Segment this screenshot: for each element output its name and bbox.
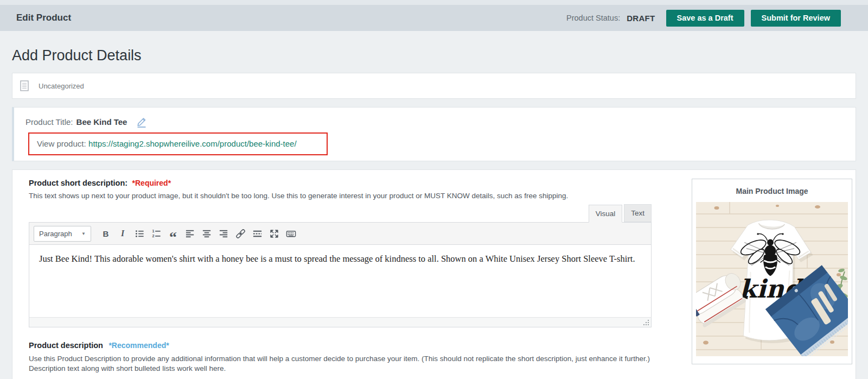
product-title-label: Product Title: — [25, 117, 73, 127]
product-details-card: Product short description: *Required* Th… — [12, 169, 856, 379]
required-badge: *Required* — [132, 179, 171, 187]
product-title-row: Product Title: Bee Kind Tee — [25, 116, 856, 128]
bold-glyph: B — [103, 229, 109, 238]
description-helper-line2: Description text along with short bullet… — [29, 364, 856, 372]
main-product-image-title: Main Product Image — [692, 179, 852, 202]
italic-glyph: I — [121, 229, 124, 238]
product-status-value: DRAFT — [627, 14, 655, 23]
align-left-icon[interactable] — [182, 226, 197, 241]
product-image[interactable]: kind — [696, 202, 848, 356]
document-icon — [20, 80, 29, 91]
save-draft-button[interactable]: Save as a Draft — [666, 10, 744, 27]
topbar: Edit Product Product Status: DRAFT Save … — [0, 0, 868, 31]
view-product-annotation-box: View product: https://staging2.shopwhere… — [28, 132, 328, 155]
bullet-list-icon[interactable] — [132, 226, 147, 241]
numbered-list-icon[interactable]: 1 2 — [149, 226, 164, 241]
view-product-link[interactable]: https://staging2.shopwhereilive.com/prod… — [88, 139, 297, 148]
toolbar-toggle-icon[interactable] — [283, 226, 298, 241]
svg-text:2: 2 — [152, 234, 154, 238]
main-product-image-panel: Main Product Image — [692, 179, 852, 364]
editor-statusbar — [29, 317, 652, 327]
italic-icon[interactable]: I — [115, 226, 130, 241]
align-center-icon[interactable] — [199, 226, 214, 241]
description-label: Product description — [29, 341, 103, 350]
submit-review-button[interactable]: Submit for Review — [751, 10, 841, 27]
link-icon[interactable] — [233, 226, 248, 241]
short-description-helper: This text shows up next to your product … — [29, 192, 636, 200]
short-description-label: Product short description: — [29, 179, 127, 187]
category-bar[interactable]: Uncategorized — [12, 73, 856, 99]
bold-icon[interactable]: B — [98, 226, 113, 241]
view-product-label: View product: — [37, 139, 86, 148]
blockquote-icon[interactable]: “ — [165, 226, 181, 241]
page-content: Add Product Details Uncategorized Produc… — [0, 47, 868, 379]
tab-text[interactable]: Text — [624, 204, 652, 222]
page-title: Edit Product — [16, 12, 71, 23]
resize-handle-icon[interactable] — [643, 319, 649, 326]
quote-glyph: “ — [169, 227, 177, 240]
tab-visual[interactable]: Visual — [589, 205, 623, 223]
svg-text:1: 1 — [152, 229, 154, 233]
paragraph-format-select[interactable]: Paragraph ▼ — [34, 226, 91, 242]
fullscreen-icon[interactable] — [266, 226, 282, 241]
short-description-editor: Visual Text Paragraph ▼ B I — [29, 204, 652, 327]
product-status-label: Product Status: — [566, 14, 620, 22]
editor-tabs: Visual Text — [29, 204, 652, 222]
category-label: Uncategorized — [39, 82, 84, 90]
insert-more-tag-icon[interactable] — [250, 226, 265, 241]
topbar-actions: Product Status: DRAFT Save as a Draft Su… — [566, 10, 841, 27]
product-title-card: Product Title: Bee Kind Tee View product… — [12, 107, 856, 161]
chevron-down-icon: ▼ — [81, 231, 86, 236]
short-description-textarea[interactable]: Just Bee Kind! This adorable women's shi… — [29, 245, 652, 318]
pencil-icon[interactable] — [136, 116, 148, 128]
recommended-badge: *Recommended* — [108, 341, 169, 350]
section-heading: Add Product Details — [12, 47, 856, 64]
editor-toolbar: Paragraph ▼ B I 1 2 — [29, 222, 652, 245]
paragraph-format-value: Paragraph — [39, 230, 72, 238]
align-right-icon[interactable] — [216, 226, 231, 241]
product-title-value: Bee Kind Tee — [76, 117, 127, 127]
